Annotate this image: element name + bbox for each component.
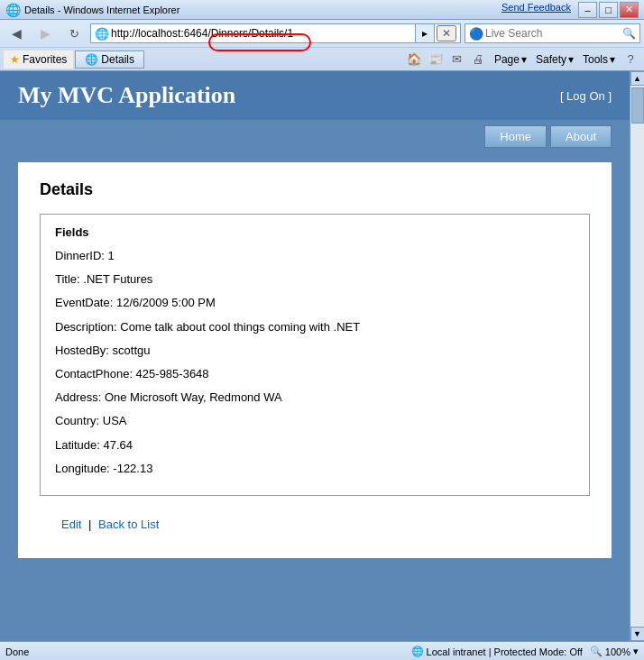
zone-icon: 🌐	[411, 646, 424, 657]
stop-button[interactable]: ✕	[437, 25, 456, 41]
go-button[interactable]: ▸	[415, 23, 435, 43]
tab-ie-icon: 🌐	[85, 53, 98, 66]
status-bar: Done 🌐 Local intranet | Protected Mode: …	[0, 641, 644, 660]
scroll-up-button[interactable]: ▲	[630, 71, 645, 86]
search-input[interactable]	[485, 27, 621, 40]
search-button[interactable]: 🔍	[622, 27, 636, 40]
ie-tab[interactable]: 🌐 Details	[75, 50, 144, 69]
security-zone: 🌐 Local intranet | Protected Mode: Off	[411, 646, 583, 657]
ie-logo-icon: 🌐	[5, 3, 21, 17]
zoom-control[interactable]: 🔍 100% ▾	[590, 646, 639, 657]
window-title: Details - Windows Internet Explorer	[24, 5, 179, 15]
feeds-icon-btn[interactable]: 📰	[426, 50, 446, 69]
mvc-body: Details Fields DinnerID: 1 Title: .NET F…	[0, 153, 630, 576]
home-icon-btn[interactable]: 🏠	[404, 50, 424, 69]
fields-legend: Fields	[55, 225, 575, 239]
toolbar-icons: 🏠 📰 ✉ 🖨 Page ▾ Safety ▾ Tools ▾ ?	[404, 50, 640, 69]
favorites-label: Favorites	[23, 53, 67, 66]
address-field: Address: One Microsoft Way, Redmond WA	[55, 390, 575, 406]
status-right: 🌐 Local intranet | Protected Mode: Off 🔍…	[411, 646, 639, 657]
window-controls: Send Feedback – □ ✕	[501, 2, 639, 18]
event-date-field: EventDate: 12/6/2009 5:00 PM	[55, 295, 575, 311]
zoom-dropdown-icon: ▾	[633, 646, 639, 657]
latitude-field: Latitude: 47.64	[55, 437, 575, 454]
tools-menu-btn[interactable]: Tools ▾	[579, 53, 619, 66]
fields-box: Fields DinnerID: 1 Title: .NET Futures E…	[40, 214, 590, 496]
ie-toolbar-row1: ◀ ▶ ↻ 🌐 ▸ ✕ 🔵 🔍	[0, 20, 644, 47]
tools-dropdown-icon: ▾	[610, 53, 615, 66]
page-icon: 🌐	[95, 27, 109, 41]
home-nav-button[interactable]: Home	[484, 125, 547, 148]
favorites-button[interactable]: ★ Favorites	[4, 50, 73, 69]
zone-label: Local intranet | Protected Mode: Off	[427, 646, 583, 657]
print-icon-btn[interactable]: 🖨	[469, 50, 489, 69]
ie-toolbar: ◀ ▶ ↻ 🌐 ▸ ✕ 🔵 🔍 ★ Favorites 🌐 Details	[0, 20, 644, 71]
browser-content: My MVC Application [ Log On ] Home About…	[0, 71, 644, 641]
page-heading: Details	[40, 180, 590, 199]
minimize-button[interactable]: –	[578, 2, 597, 18]
edit-link[interactable]: Edit	[61, 518, 81, 531]
mvc-page: My MVC Application [ Log On ] Home About…	[0, 71, 630, 641]
send-feedback-link[interactable]: Send Feedback	[501, 2, 571, 18]
mvc-content: Details Fields DinnerID: 1 Title: .NET F…	[18, 162, 612, 558]
hosted-by-field: HostedBy: scottgu	[55, 343, 575, 359]
page-dropdown-icon: ▾	[521, 53, 527, 66]
title-field: Title: .NET Futures	[55, 271, 575, 288]
country-field: Country: USA	[55, 413, 575, 429]
page-area: My MVC Application [ Log On ] Home About…	[0, 71, 630, 641]
forward-button[interactable]: ▶	[32, 23, 58, 44]
back-button[interactable]: ◀	[4, 23, 29, 44]
app-title: My MVC Application	[18, 82, 235, 109]
scroll-thumb[interactable]	[631, 87, 644, 124]
safety-menu-btn[interactable]: Safety ▾	[532, 53, 577, 66]
close-button[interactable]: ✕	[620, 2, 639, 18]
detail-footer-links: Edit | Back to List	[40, 514, 590, 540]
search-logo-icon: 🔵	[469, 27, 483, 41]
link-separator: |	[88, 518, 91, 531]
zoom-level: 100%	[605, 646, 630, 657]
tools-label: Tools	[583, 53, 608, 66]
description-field: Description: Come talk about cool things…	[55, 319, 575, 335]
zoom-icon: 🔍	[590, 646, 603, 657]
help-label: ?	[627, 52, 633, 66]
safety-dropdown-icon: ▾	[568, 53, 574, 66]
search-area: 🔵 🔍	[465, 23, 640, 43]
mail-icon-btn[interactable]: ✉	[447, 50, 467, 69]
title-bar-left: 🌐 Details - Windows Internet Explorer	[5, 3, 179, 17]
contact-phone-field: ContactPhone: 425-985-3648	[55, 366, 575, 382]
about-nav-button[interactable]: About	[550, 125, 612, 148]
star-icon: ★	[10, 53, 20, 66]
page-label: Page	[494, 53, 520, 66]
logon-suffix: ]	[605, 89, 612, 103]
tab-label: Details	[101, 53, 134, 66]
status-text: Done	[5, 646, 29, 657]
maximize-button[interactable]: □	[599, 2, 618, 18]
scroll-down-button[interactable]: ▼	[630, 627, 645, 641]
scrollbar: ▲ ▼	[630, 71, 644, 641]
mvc-header: My MVC Application [ Log On ]	[0, 71, 630, 120]
back-to-list-link[interactable]: Back to List	[98, 518, 159, 531]
ie-toolbar-row2: ★ Favorites 🌐 Details 🏠 📰 ✉ 🖨 Page ▾ Saf…	[0, 47, 644, 70]
page-menu-btn[interactable]: Page ▾	[491, 53, 530, 66]
refresh-button[interactable]: ↻	[61, 23, 87, 44]
address-input[interactable]	[111, 27, 413, 40]
mvc-nav: Home About	[0, 120, 630, 153]
safety-label: Safety	[536, 53, 566, 66]
longitude-field: Longitude: -122.13	[55, 461, 575, 477]
address-bar: 🌐 ▸ ✕	[90, 23, 461, 43]
help-button[interactable]: ?	[621, 50, 640, 69]
logon-area: [ Log On ]	[560, 89, 612, 103]
logon-link[interactable]: Log On	[566, 89, 605, 103]
dinner-id-field: DinnerID: 1	[55, 248, 575, 264]
title-bar: 🌐 Details - Windows Internet Explorer Se…	[0, 0, 644, 20]
